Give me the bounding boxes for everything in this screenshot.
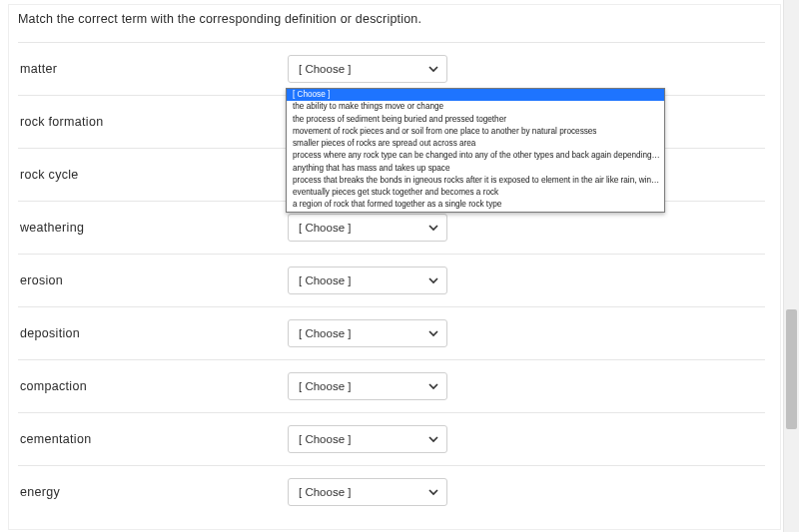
question-instructions: Match the correct term with the correspo… (18, 12, 765, 26)
question-panel: Match the correct term with the correspo… (0, 0, 783, 532)
select-value: [ Choose ] (299, 327, 351, 339)
term-label: rock cycle (18, 168, 288, 182)
select-value: [ Choose ] (299, 222, 351, 234)
match-row: erosion [ Choose ] (18, 254, 765, 306)
page-scrollbar-thumb[interactable] (786, 309, 797, 429)
choose-select-cementation[interactable]: [ Choose ] (288, 425, 447, 453)
match-row: cementation [ Choose ] (18, 412, 765, 465)
dropdown-option[interactable]: the process of sediment being buried and… (287, 114, 664, 126)
dropdown-option[interactable]: process that breaks the bonds in igneous… (287, 175, 664, 187)
select-value: [ Choose ] (299, 486, 351, 498)
chevron-down-icon (428, 434, 438, 444)
choose-select-deposition[interactable]: [ Choose ] (288, 319, 447, 347)
select-value: [ Choose ] (299, 380, 351, 392)
choose-select-compaction[interactable]: [ Choose ] (288, 372, 447, 400)
choose-select-matter[interactable]: [ Choose ] (288, 55, 447, 83)
term-label: compaction (18, 379, 288, 393)
select-value: [ Choose ] (299, 274, 351, 286)
choose-select-weathering[interactable]: [ Choose ] (288, 214, 447, 242)
term-label: cementation (18, 432, 288, 446)
match-row: energy [ Choose ] (18, 465, 765, 518)
chevron-down-icon (428, 381, 438, 391)
chevron-down-icon (428, 275, 438, 285)
dropdown-option[interactable]: a region of rock that formed together as… (287, 199, 664, 211)
dropdown-option[interactable]: the ability to make things move or chang… (287, 101, 664, 113)
term-label: rock formation (18, 115, 288, 129)
choose-select-erosion[interactable]: [ Choose ] (288, 266, 447, 294)
match-row: deposition [ Choose ] (18, 306, 765, 359)
term-label: deposition (18, 326, 288, 340)
chevron-down-icon (428, 223, 438, 233)
select-value: [ Choose ] (299, 433, 351, 445)
chevron-down-icon (428, 487, 438, 497)
term-label: erosion (18, 273, 288, 287)
term-label: weathering (18, 221, 288, 235)
dropdown-option[interactable]: [ Choose ] (287, 89, 664, 101)
term-label: matter (18, 62, 288, 76)
dropdown-option[interactable]: process where any rock type can be chang… (287, 150, 664, 162)
page-scrollbar-track[interactable] (783, 0, 799, 532)
dropdown-option[interactable]: anything that has mass and takes up spac… (287, 163, 664, 175)
chevron-down-icon (428, 64, 438, 74)
match-row: compaction [ Choose ] (18, 359, 765, 412)
select-value: [ Choose ] (299, 63, 351, 75)
dropdown-option[interactable]: smaller pieces of rocks are spread out a… (287, 138, 664, 150)
chevron-down-icon (428, 328, 438, 338)
term-label: energy (18, 485, 288, 499)
choose-select-energy[interactable]: [ Choose ] (288, 478, 447, 506)
dropdown-option[interactable]: movement of rock pieces and or soil from… (287, 126, 664, 138)
select-dropdown-list[interactable]: [ Choose ] the ability to make things mo… (286, 88, 665, 213)
dropdown-option[interactable]: eventually pieces get stuck together and… (287, 187, 664, 199)
